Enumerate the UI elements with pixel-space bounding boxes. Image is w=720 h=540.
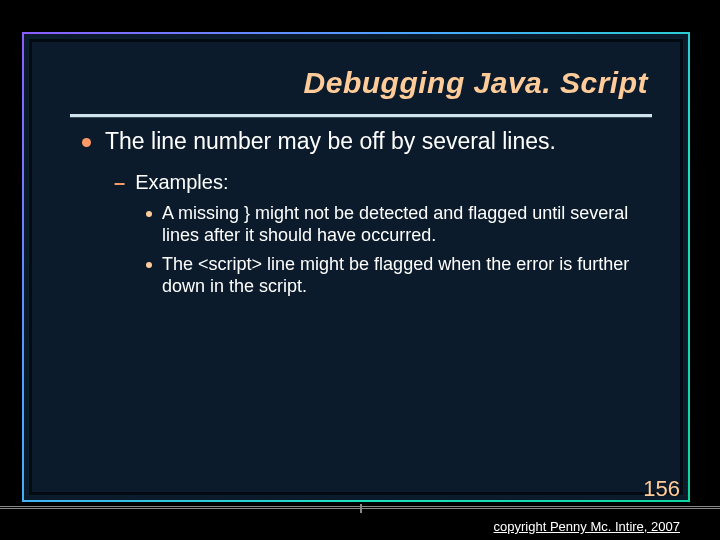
bullet-text: The line number may be off by several li… [105, 128, 556, 156]
bullet-level-1: The line number may be off by several li… [82, 128, 644, 156]
bullet-text: Examples: [135, 170, 228, 194]
copyright-text: copyright Penny Mc. Intire, 2007 [494, 519, 680, 534]
slide-content: Debugging Java. Script The line number m… [22, 32, 690, 502]
slide-frame: Debugging Java. Script The line number m… [22, 32, 690, 502]
bullet-text: A missing } might not be detected and fl… [162, 202, 644, 247]
bullet-dot-icon [146, 211, 152, 217]
bullet-dot-icon [146, 262, 152, 268]
bullet-level-2: – Examples: [114, 170, 644, 194]
title-underline [70, 114, 652, 118]
slide-body: The line number may be off by several li… [22, 106, 690, 298]
bullet-level-3: A missing } might not be detected and fl… [146, 202, 644, 247]
bullet-level-3: The <script> line might be flagged when … [146, 253, 644, 298]
bullet-dot-icon [82, 138, 91, 147]
slide-title: Debugging Java. Script [22, 32, 690, 106]
bullet-text: The <script> line might be flagged when … [162, 253, 644, 298]
footer-rule [0, 506, 720, 509]
page-number: 156 [643, 476, 680, 502]
bullet-dash-icon: – [114, 170, 125, 194]
